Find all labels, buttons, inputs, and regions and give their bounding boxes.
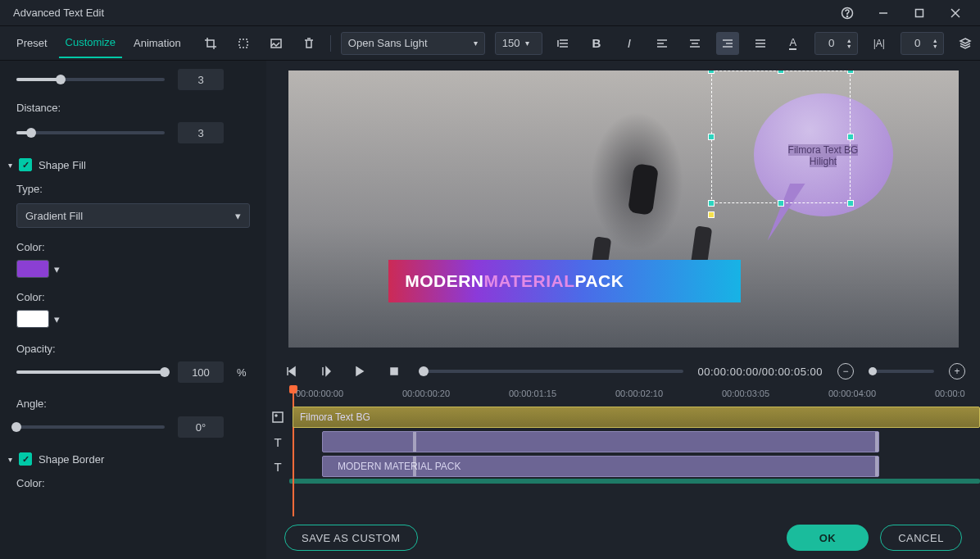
shape-fill-label: Shape Fill	[39, 159, 86, 171]
chevron-down-icon: ▾	[474, 39, 478, 48]
align-center-icon[interactable]	[683, 32, 706, 55]
properties-panel: 3 Distance: 3 ▾ ✓ Shape Fill Type: Gradi…	[0, 61, 266, 559]
spacing-spinner[interactable]: ▲▼	[932, 38, 938, 49]
window-title: Advanced Text Edit	[13, 7, 829, 19]
timeline: 00:00:00:00 00:00:00:20 00:00:01:15 00:0…	[266, 385, 980, 516]
close-button[interactable]	[937, 1, 973, 25]
help-icon[interactable]	[829, 1, 865, 25]
stop-button[interactable]	[384, 361, 404, 381]
fill-type-value: Gradient Fill	[25, 210, 83, 222]
preview-canvas[interactable]: MODERN MATERIAL PACK Filmora Text BG Hil…	[288, 70, 959, 348]
angle-slider[interactable]	[16, 425, 165, 429]
zoom-in-button[interactable]: +	[949, 363, 965, 379]
svg-point-1	[846, 16, 847, 16]
selection-box[interactable]	[711, 70, 851, 203]
banner-text[interactable]: MODERN MATERIAL PACK	[388, 260, 741, 302]
bold-icon[interactable]: B	[585, 32, 608, 55]
shape-fill-checkbox[interactable]: ✓	[19, 158, 32, 171]
svg-rect-6	[239, 39, 247, 48]
image-icon[interactable]	[265, 32, 288, 55]
letter-spacing-icon[interactable]: |A|	[868, 32, 891, 55]
clip-text2[interactable]: MODERN MATERIAL PACK	[322, 456, 879, 477]
tab-animation[interactable]: Animation	[127, 29, 188, 57]
minimize-button[interactable]	[865, 1, 901, 25]
align-left-icon[interactable]	[651, 32, 674, 55]
color-value-input[interactable]: ▲▼	[814, 32, 858, 55]
seek-slider[interactable]	[419, 370, 683, 373]
fill-type-dropdown[interactable]: Gradient Fill ▾	[16, 203, 250, 228]
opacity-slider[interactable]	[16, 370, 165, 374]
color1-swatch[interactable]	[16, 260, 49, 278]
color-spinner[interactable]: ▲▼	[846, 38, 852, 49]
clip-text1[interactable]	[322, 431, 879, 452]
angle-label: Angle:	[16, 398, 250, 410]
track-head-text2[interactable]: T	[266, 454, 289, 479]
svg-point-10	[275, 415, 277, 416]
font-select[interactable]: Open Sans Light ▾	[341, 32, 485, 55]
color2-swatch[interactable]	[16, 310, 49, 328]
text-color-icon[interactable]: A	[782, 32, 805, 55]
shape-border-label: Shape Border	[39, 453, 104, 466]
shape-border-section[interactable]: ▾ ✓ Shape Border	[8, 452, 250, 466]
svg-rect-9	[273, 412, 283, 422]
font-size-value: 150	[502, 37, 520, 49]
chevron-down-icon: ▾	[525, 39, 529, 48]
caret-down-icon: ▾	[8, 455, 12, 464]
spacing-value[interactable]: 3	[178, 69, 224, 90]
prev-frame-button[interactable]	[281, 361, 301, 381]
svg-rect-3	[916, 9, 923, 16]
color2-label: Color:	[16, 291, 250, 303]
distance-slider[interactable]	[16, 131, 165, 134]
chevron-down-icon[interactable]: ▾	[54, 313, 60, 325]
timeline-scrollbar[interactable]	[289, 479, 980, 484]
color-value-field[interactable]	[820, 37, 843, 49]
italic-icon[interactable]: I	[618, 32, 641, 55]
align-justify-icon[interactable]	[749, 32, 772, 55]
caret-down-icon: ▾	[8, 161, 12, 170]
shape-border-checkbox[interactable]: ✓	[19, 452, 32, 466]
maximize-button[interactable]	[901, 1, 937, 25]
shape-fill-section[interactable]: ▾ ✓ Shape Fill	[8, 158, 250, 171]
font-name: Open Sans Light	[348, 37, 428, 49]
zoom-out-button[interactable]: −	[837, 363, 854, 379]
distance-label: Distance:	[16, 102, 250, 114]
crop-icon[interactable]	[199, 32, 222, 55]
opacity-unit: %	[237, 366, 250, 379]
timecode: 00:00:00:00/00:00:05:00	[698, 366, 823, 378]
track-head-text1[interactable]: T	[266, 429, 289, 454]
save-as-custom-button[interactable]: SAVE AS CUSTOM	[284, 525, 418, 551]
time-ruler[interactable]: 00:00:00:00 00:00:00:20 00:00:01:15 00:0…	[289, 385, 980, 405]
opacity-value[interactable]: 100	[178, 361, 224, 383]
track-head-bg[interactable]	[266, 405, 289, 429]
angle-value[interactable]: 0°	[178, 416, 224, 438]
spacing-slider[interactable]	[16, 78, 165, 81]
play-button[interactable]	[315, 361, 335, 381]
tab-customize[interactable]: Customize	[59, 28, 122, 58]
clip-bg[interactable]: Filmora Text BG	[293, 407, 980, 428]
border-color-label: Color:	[16, 477, 250, 489]
type-label: Type:	[16, 183, 250, 195]
font-size-select[interactable]: 150 ▾	[495, 32, 542, 55]
chevron-down-icon[interactable]: ▾	[54, 263, 60, 275]
opacity-label: Opacity:	[16, 343, 250, 355]
color1-label: Color:	[16, 241, 250, 253]
svg-rect-8	[391, 368, 397, 375]
cancel-button[interactable]: CANCEL	[880, 525, 962, 551]
spacing-value-field[interactable]	[906, 37, 929, 49]
chevron-down-icon: ▾	[235, 210, 241, 222]
tab-preset[interactable]: Preset	[10, 29, 54, 57]
layers-icon[interactable]	[954, 32, 977, 55]
spacing-value-input[interactable]: ▲▼	[901, 32, 944, 55]
line-spacing-icon[interactable]	[552, 32, 575, 55]
trash-icon[interactable]	[297, 32, 320, 55]
distance-value[interactable]: 3	[178, 122, 224, 143]
fit-icon[interactable]	[232, 32, 255, 55]
align-right-icon[interactable]	[716, 32, 739, 55]
next-frame-button[interactable]	[350, 361, 370, 381]
ok-button[interactable]: OK	[787, 525, 869, 551]
zoom-slider[interactable]	[869, 370, 934, 373]
